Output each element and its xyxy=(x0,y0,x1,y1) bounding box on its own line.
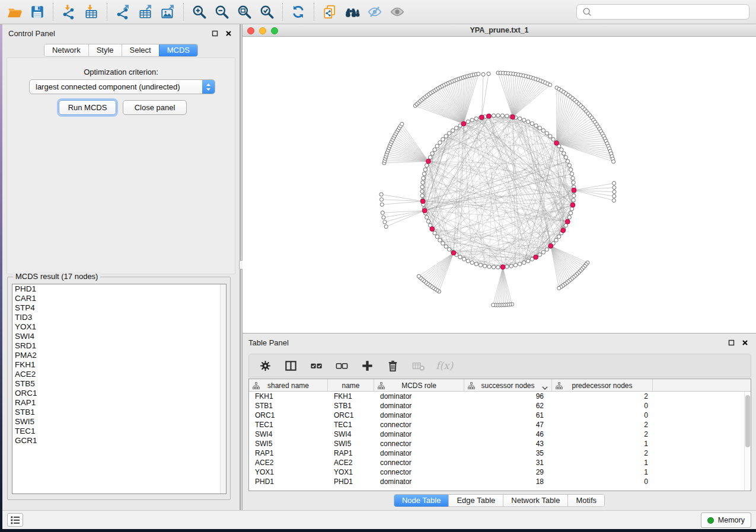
table-scrollbar[interactable] xyxy=(744,392,751,491)
tab-network[interactable]: Network xyxy=(44,44,88,56)
table-cell[interactable]: SWI4 xyxy=(328,430,374,439)
mcds-result-list[interactable]: PHD1CAR1STP4TID3YOX1SWI4SRD1PMA2FKH1ACE2… xyxy=(12,284,227,494)
tab-style[interactable]: Style xyxy=(88,44,122,56)
mcds-result-item[interactable]: TEC1 xyxy=(12,427,226,436)
table-cell[interactable]: 2 xyxy=(552,392,653,401)
column-header-successor-nodes[interactable]: successor nodes xyxy=(464,379,552,392)
graph-node[interactable] xyxy=(422,172,426,175)
import-table-icon[interactable] xyxy=(80,2,103,22)
mcds-result-item[interactable]: YOX1 xyxy=(12,322,226,332)
graph-node[interactable] xyxy=(444,134,448,138)
graph-dominator-node[interactable] xyxy=(420,199,425,204)
save-session-icon[interactable] xyxy=(26,2,49,22)
graph-node[interactable] xyxy=(474,262,478,265)
graph-node[interactable] xyxy=(441,242,445,245)
graph-leaf-node[interactable] xyxy=(613,194,616,198)
graph-node[interactable] xyxy=(438,141,442,145)
graph-leaf-node[interactable] xyxy=(548,83,552,86)
graph-node[interactable] xyxy=(541,251,545,254)
search-input[interactable] xyxy=(596,8,749,17)
table-cell[interactable]: TEC1 xyxy=(249,420,328,430)
table-cell[interactable]: 61 xyxy=(464,411,552,420)
search-box[interactable] xyxy=(576,4,749,20)
graph-node[interactable] xyxy=(500,114,504,117)
graph-node[interactable] xyxy=(428,155,432,159)
table-cell[interactable]: 2 xyxy=(552,430,653,439)
table-cell[interactable]: YOX1 xyxy=(249,467,328,477)
graph-node[interactable] xyxy=(420,194,424,197)
graph-leaf-node[interactable] xyxy=(379,193,383,196)
table-cell[interactable]: STB1 xyxy=(249,401,328,411)
graph-leaf-node[interactable] xyxy=(380,203,384,206)
graph-node[interactable] xyxy=(564,155,567,159)
close-panel-button[interactable]: Close panel xyxy=(123,100,187,115)
mcds-result-item[interactable]: GCR1 xyxy=(12,436,226,446)
graph-node[interactable] xyxy=(522,118,526,122)
graph-node[interactable] xyxy=(572,198,575,202)
minimize-window-icon[interactable] xyxy=(259,27,266,34)
graph-node[interactable] xyxy=(420,185,424,188)
float-table-panel-icon[interactable] xyxy=(728,339,735,347)
tab-network-table[interactable]: Network Table xyxy=(503,495,567,507)
table-cell[interactable]: RAP1 xyxy=(328,448,374,458)
graph-node[interactable] xyxy=(422,177,425,180)
mcds-result-item[interactable]: TID3 xyxy=(12,313,226,322)
table-cell[interactable]: dominator xyxy=(374,401,464,411)
mcds-result-item[interactable]: PMA2 xyxy=(12,351,226,360)
table-cell[interactable]: 62 xyxy=(464,401,552,411)
graph-node[interactable] xyxy=(551,137,555,141)
graph-node[interactable] xyxy=(466,259,470,262)
mcds-result-item[interactable]: SWI4 xyxy=(12,332,226,341)
table-cell[interactable]: SWI5 xyxy=(249,439,328,448)
select-all-columns-icon[interactable] xyxy=(308,358,324,373)
table-cell[interactable]: TEC1 xyxy=(328,420,374,430)
zoom-fit-icon[interactable] xyxy=(233,2,256,22)
delete-column-icon[interactable] xyxy=(385,358,400,373)
table-cell[interactable]: ACE2 xyxy=(249,458,328,467)
table-row[interactable]: ACE2ACE2connector311 xyxy=(249,458,751,467)
mcds-result-item[interactable]: SRD1 xyxy=(12,341,226,351)
table-scrollbar-thumb[interactable] xyxy=(745,395,750,447)
graph-dominator-node[interactable] xyxy=(511,115,515,120)
graph-node[interactable] xyxy=(479,263,482,267)
close-window-icon[interactable] xyxy=(247,27,254,34)
table-cell[interactable]: 0 xyxy=(552,411,653,420)
graph-dominator-node[interactable] xyxy=(534,255,538,259)
graph-dominator-node[interactable] xyxy=(461,121,466,126)
table-cell[interactable]: FKH1 xyxy=(328,392,374,401)
table-cell[interactable]: ACE2 xyxy=(328,458,374,467)
graph-leaf-node[interactable] xyxy=(487,72,490,76)
graph-node[interactable] xyxy=(505,114,509,118)
tab-node-table[interactable]: Node Table xyxy=(394,495,449,507)
graph-node[interactable] xyxy=(441,137,445,141)
graph-leaf-node[interactable] xyxy=(477,72,480,76)
graph-leaf-node[interactable] xyxy=(612,160,615,164)
table-cell[interactable]: ORC1 xyxy=(249,411,328,420)
graph-node[interactable] xyxy=(509,264,513,268)
mcds-result-item[interactable]: STP4 xyxy=(12,303,226,313)
graph-node[interactable] xyxy=(438,238,442,242)
graph-leaf-node[interactable] xyxy=(400,122,404,126)
graph-node[interactable] xyxy=(496,114,500,117)
mcds-result-item[interactable]: SWI5 xyxy=(12,417,226,427)
table-cell[interactable]: 1 xyxy=(552,439,653,448)
graph-leaf-node[interactable] xyxy=(383,220,387,224)
table-cell[interactable]: dominator xyxy=(374,448,464,458)
table-cell[interactable]: 29 xyxy=(464,467,552,477)
graph-leaf-node[interactable] xyxy=(612,181,615,185)
graph-dominator-node[interactable] xyxy=(561,228,566,233)
table-cell[interactable]: 1 xyxy=(552,458,653,467)
table-cell[interactable]: 96 xyxy=(464,392,552,401)
table-cell[interactable]: dominator xyxy=(374,430,464,439)
table-cell[interactable]: RAP1 xyxy=(249,448,328,458)
graph-dominator-node[interactable] xyxy=(570,203,575,207)
graph-node[interactable] xyxy=(560,148,563,152)
graph-node[interactable] xyxy=(557,235,561,238)
graph-node[interactable] xyxy=(518,117,522,120)
graph-node[interactable] xyxy=(570,172,573,175)
float-panel-icon[interactable] xyxy=(211,30,219,37)
graph-node[interactable] xyxy=(426,220,430,223)
graph-node[interactable] xyxy=(470,261,474,264)
graph-dominator-node[interactable] xyxy=(487,114,492,118)
graph-node[interactable] xyxy=(435,235,439,238)
